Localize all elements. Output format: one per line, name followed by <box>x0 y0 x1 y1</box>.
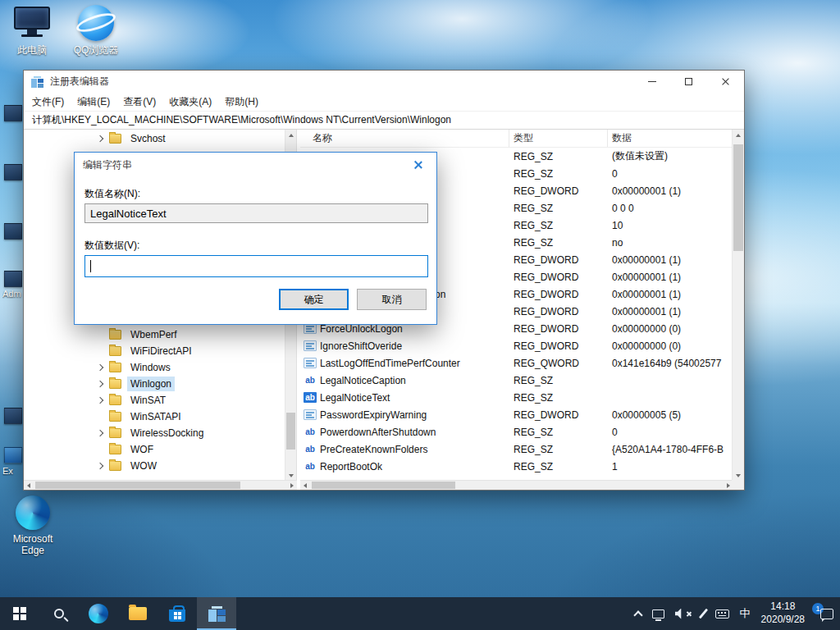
scrollbar-thumb[interactable] <box>312 482 455 489</box>
value-type: REG_DWORD <box>509 272 608 283</box>
tree-item[interactable]: WirelessDocking <box>24 425 285 441</box>
scrollbar-thumb[interactable] <box>35 482 240 489</box>
expand-chevron-icon[interactable] <box>97 463 103 469</box>
menu-item[interactable]: 帮助(H) <box>218 95 265 109</box>
menu-item[interactable]: 收藏夹(A) <box>162 95 218 109</box>
taskbar-registry-editor[interactable] <box>197 597 236 630</box>
value-row[interactable]: abLegalNoticeTextREG_SZ <box>300 389 732 406</box>
minimize-button[interactable] <box>633 71 670 93</box>
dialog-titlebar[interactable]: 编辑字符串 <box>75 153 436 177</box>
tray-volume[interactable] <box>675 609 692 619</box>
tree-item[interactable]: WOF <box>24 441 285 458</box>
tree-item[interactable]: Windows <box>24 359 285 376</box>
taskbar-store[interactable] <box>158 597 197 630</box>
volume-muted-icon <box>675 609 684 619</box>
scroll-up-icon[interactable] <box>736 134 741 137</box>
tree-item[interactable]: WinSATAPI <box>24 409 285 425</box>
tree-horizontal-scrollbar[interactable] <box>24 480 297 490</box>
expand-chevron-icon[interactable] <box>97 364 103 371</box>
scroll-left-icon[interactable] <box>27 483 30 488</box>
partial-desktop-icon[interactable] <box>4 223 22 240</box>
search-button[interactable] <box>39 597 79 630</box>
value-row[interactable]: IgnoreShiftOverideREG_DWORD0x00000000 (0… <box>300 337 732 354</box>
tree-item[interactable]: WinSAT <box>24 392 285 409</box>
folder-icon <box>109 428 121 438</box>
tray-touch-keyboard[interactable] <box>715 609 729 619</box>
column-header[interactable]: 类型 <box>509 130 608 147</box>
value-row[interactable]: abReportBootOkREG_SZ1 <box>300 458 732 475</box>
value-row[interactable]: abLegalNoticeCaptionREG_SZ <box>300 372 732 389</box>
folder-icon <box>109 330 121 340</box>
folder-icon <box>109 461 121 471</box>
maximize-button[interactable] <box>670 71 707 93</box>
taskbar-file-explorer[interactable] <box>118 597 158 630</box>
scroll-right-icon[interactable] <box>290 483 294 488</box>
cancel-button[interactable]: 取消 <box>357 289 427 310</box>
desktop-icon-this-pc[interactable]: 此电脑 <box>5 7 59 56</box>
tree-item[interactable]: Winlogon <box>24 376 285 392</box>
close-button[interactable] <box>707 71 744 93</box>
menu-item[interactable]: 查看(V) <box>116 95 162 109</box>
ok-button[interactable]: 确定 <box>279 289 349 310</box>
scroll-left-icon[interactable] <box>304 483 307 488</box>
scroll-up-icon[interactable] <box>289 134 294 137</box>
desktop-icon-edge[interactable]: Microsoft Edge <box>7 495 59 557</box>
column-header[interactable]: 数据 <box>608 130 732 147</box>
value-type: REG_SZ <box>509 220 608 231</box>
tray-ime-mode[interactable]: 中 <box>740 606 751 621</box>
tree-item[interactable]: WiFiDirectAPI <box>24 343 285 359</box>
value-data-input[interactable] <box>84 255 428 277</box>
expand-chevron-icon[interactable] <box>97 381 103 387</box>
tree-item[interactable]: WbemPerf <box>24 326 285 343</box>
expand-chevron-icon[interactable] <box>97 135 103 142</box>
tray-pen[interactable] <box>702 608 705 619</box>
expand-chevron-icon[interactable] <box>97 397 103 404</box>
menu-item[interactable]: 编辑(E) <box>71 95 116 109</box>
tree-item[interactable]: WOW <box>24 458 285 474</box>
partial-desktop-icon[interactable] <box>4 408 22 424</box>
registry-app-icon <box>31 76 43 88</box>
partial-desktop-icon[interactable] <box>4 447 22 463</box>
start-button[interactable] <box>0 597 39 630</box>
list-horizontal-scrollbar[interactable] <box>300 480 733 490</box>
scrollbar-thumb[interactable] <box>286 413 295 450</box>
folder-icon <box>129 607 147 620</box>
scroll-down-icon[interactable] <box>736 474 741 477</box>
partial-desktop-icon[interactable] <box>4 271 22 287</box>
dialog-close-button[interactable] <box>400 153 436 177</box>
value-name-field[interactable]: LegalNoticeText <box>84 203 428 223</box>
mute-x-icon <box>686 611 692 617</box>
tree-item-label: WOW <box>127 459 160 473</box>
column-header[interactable]: 名称 <box>300 130 509 147</box>
registry-icon <box>208 606 226 622</box>
list-vertical-scrollbar[interactable] <box>732 130 744 482</box>
tree-item[interactable]: Svchost <box>24 130 285 147</box>
window-titlebar[interactable]: 注册表编辑器 <box>24 71 744 93</box>
value-data: 0x00000000 (0) <box>608 340 732 352</box>
value-name: PowerdownAfterShutdown <box>320 427 509 438</box>
address-bar[interactable]: 计算机\HKEY_LOCAL_MACHINE\SOFTWARE\Microsof… <box>24 111 744 130</box>
value-name: PasswordExpiryWarning <box>320 409 509 421</box>
tree-item-label: WOF <box>127 442 157 457</box>
action-center-button[interactable]: 1 <box>820 609 833 619</box>
partial-desktop-icon[interactable] <box>4 105 22 121</box>
folder-icon <box>109 346 121 356</box>
menu-item[interactable]: 文件(F) <box>25 95 71 109</box>
value-row[interactable]: LastLogOffEndTimePerfCounterREG_QWORD0x1… <box>300 354 732 372</box>
tree-item-label: WirelessDocking <box>127 426 207 441</box>
tray-network[interactable] <box>652 609 664 619</box>
scroll-right-icon[interactable] <box>727 483 730 488</box>
value-row[interactable]: PasswordExpiryWarningREG_DWORD0x00000005… <box>300 406 732 423</box>
desktop-icon-qq-browser[interactable]: QQ浏览器 <box>67 5 125 56</box>
value-type: REG_SZ <box>509 168 608 180</box>
expand-chevron-icon[interactable] <box>97 430 103 436</box>
tray-overflow-button[interactable] <box>635 609 641 619</box>
tray-clock[interactable]: 14:18 2020/9/28 <box>761 600 805 626</box>
taskbar-edge[interactable] <box>79 597 118 630</box>
scrollbar-thumb[interactable] <box>733 144 743 251</box>
scroll-down-icon[interactable] <box>289 474 294 477</box>
value-row[interactable]: abPowerdownAfterShutdownREG_SZ0 <box>300 423 732 441</box>
value-type: REG_SZ <box>509 203 608 214</box>
value-row[interactable]: abPreCreateKnownFoldersREG_SZ{A520A1A4-1… <box>300 441 732 458</box>
partial-desktop-icon[interactable] <box>4 164 22 180</box>
